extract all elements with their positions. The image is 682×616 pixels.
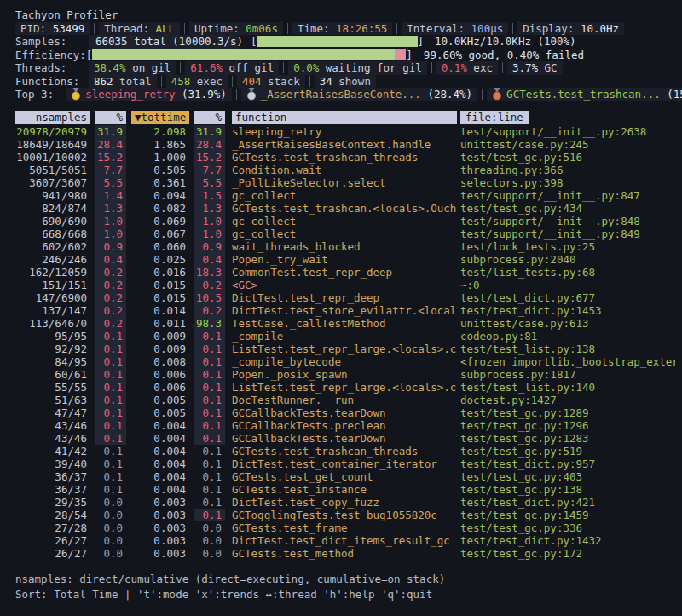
pct-cumulative-cell: 1.5 — [189, 189, 225, 202]
function-cell: _PollLikeSelector.select — [225, 176, 457, 189]
file-line-cell: test/test_gc.py:336 — [457, 521, 675, 534]
pct-direct-cell: 15.2 — [90, 151, 126, 164]
pct-direct-cell: 0.1 — [90, 470, 126, 483]
table-row[interactable]: 51/63 0.1 0.005 0.1 DocTestRunner.__run … — [15, 394, 675, 406]
tottime-cell: 0.014 — [126, 304, 189, 317]
nsamples-cell: 95/95 — [15, 330, 90, 343]
file-line-cell: test/test_dict.py:421 — [457, 496, 675, 509]
pct-direct-cell: 1.0 — [90, 227, 126, 240]
function-cell: _AssertRaisesBaseContext.handle — [225, 138, 457, 151]
table-row[interactable]: 36/37 0.1 0.004 0.1 GCTests.test_instanc… — [15, 483, 675, 496]
table-row[interactable]: 113/64670 0.2 0.011 98.3 TestCase._callT… — [15, 317, 675, 330]
function-cell: gc_collect — [225, 227, 457, 240]
table-row[interactable]: 29/35 0.0 0.003 0.1 DictTest.test_copy_f… — [15, 496, 675, 509]
file-line-cell: test/test_gc.py:403 — [457, 470, 675, 483]
nsamples-cell: 26/27 — [15, 547, 90, 560]
nsamples-cell: 137/147 — [15, 304, 90, 317]
function-cell: Popen._posix_spawn — [225, 368, 457, 381]
file-line-cell: test/lock_tests.py:25 — [457, 240, 675, 253]
table-row[interactable]: 5051/5051 7.7 0.505 7.7 Condition.wait t… — [15, 164, 675, 176]
table-row[interactable]: 246/246 0.4 0.025 0.4 Popen._try_wait su… — [15, 253, 675, 266]
table-row[interactable]: 941/980 1.4 0.094 1.5 gc_collect test/su… — [15, 189, 675, 202]
function-cell: _compile — [225, 330, 457, 343]
function-cell: Popen._try_wait — [225, 253, 457, 266]
pct-cumulative-cell: 1.0 — [189, 227, 225, 240]
thread-field[interactable]: Thread: ALL — [99, 22, 180, 36]
column-header-pct1[interactable]: % — [90, 111, 126, 124]
table-row[interactable]: 162/12059 0.2 0.016 18.3 CommonTest.test… — [15, 266, 675, 279]
column-header-nsamples[interactable]: nsamples — [15, 111, 90, 124]
efficiency-text: 99.60% good, 0.40% failed — [424, 49, 584, 62]
table-row[interactable]: 668/668 1.0 0.067 1.0 gc_collect test/su… — [15, 227, 675, 240]
table-row[interactable]: 602/602 0.9 0.060 0.9 wait_threads_block… — [15, 240, 675, 253]
table-row[interactable]: 151/151 0.2 0.015 0.2 <GC> ~:0 — [15, 279, 675, 291]
pct-direct-cell: 1.4 — [90, 189, 126, 202]
bronze-medal-icon — [492, 88, 502, 101]
table-row[interactable]: 824/874 1.3 0.082 1.3 GCTests.test_trash… — [15, 202, 675, 215]
pct-cumulative-cell: 1.0 — [189, 215, 225, 227]
tottime-cell: 0.003 — [126, 509, 189, 521]
nsamples-cell: 51/63 — [15, 394, 90, 406]
function-cell: Condition.wait — [225, 164, 457, 176]
divider — [283, 62, 284, 73]
functions-total: 862 total — [89, 75, 157, 89]
tottime-cell: 0.006 — [126, 368, 189, 381]
function-cell: GCTests.test_instance — [225, 483, 457, 496]
table-row[interactable]: 55/55 0.1 0.006 0.1 ListTest.test_repr_l… — [15, 381, 675, 394]
table-row[interactable]: 92/92 0.1 0.009 0.1 ListTest.test_repr_l… — [15, 343, 675, 355]
divider — [180, 62, 181, 73]
table-row[interactable]: 10001/10002 15.2 1.000 15.2 GCTests.test… — [15, 151, 675, 164]
threads-gc: 3.7% GC — [507, 61, 563, 75]
tottime-cell: 2.098 — [126, 125, 189, 138]
table-row[interactable]: 43/46 0.1 0.004 0.1 GCCallbackTests.prec… — [15, 419, 675, 432]
tottime-cell: 0.004 — [126, 483, 189, 496]
table-row[interactable]: 41/42 0.1 0.004 0.1 GCTests.test_trashca… — [15, 445, 675, 458]
pct-cumulative-cell: 0.1 — [189, 394, 225, 406]
table-row[interactable]: 39/40 0.1 0.004 0.1 DictTest.test_contai… — [15, 458, 675, 470]
column-header-file[interactable]: file:line — [457, 111, 675, 124]
tottime-cell: 0.025 — [126, 253, 189, 266]
table-body: 20978/20979 31.9 2.098 31.9 sleeping_ret… — [15, 125, 675, 560]
table-row[interactable]: 27/28 0.0 0.003 0.0 GCTests.test_frame t… — [15, 521, 675, 534]
tottime-cell: 0.009 — [126, 343, 189, 355]
nsamples-cell: 84/95 — [15, 355, 90, 368]
pct-direct-cell: 0.0 — [90, 547, 126, 560]
table-row[interactable]: 137/147 0.2 0.014 0.2 DictTest.test_stor… — [15, 304, 675, 317]
column-header-function[interactable]: function — [225, 111, 457, 124]
table-row[interactable]: 60/61 0.1 0.006 0.1 Popen._posix_spawn s… — [15, 368, 675, 381]
file-line-cell: test/test_dict.py:1453 — [457, 304, 675, 317]
table-row[interactable]: 147/6900 0.2 0.015 10.5 DictTest.test_re… — [15, 291, 675, 304]
pct-direct-cell: 28.4 — [90, 138, 126, 151]
table-row[interactable]: 690/690 1.0 0.069 1.0 gc_collect test/su… — [15, 215, 675, 227]
function-cell: GCTests.test_trashcan_threads — [225, 151, 457, 164]
function-cell: DictTest.test_store_evilattr.<locals... — [225, 304, 457, 317]
tottime-cell: 0.004 — [126, 470, 189, 483]
table-row[interactable]: 20978/20979 31.9 2.098 31.9 sleeping_ret… — [15, 125, 675, 138]
table-row[interactable]: 28/54 0.0 0.003 0.1 GCTogglingTests.test… — [15, 509, 675, 521]
file-line-cell: test/test_gc.py:1296 — [457, 419, 675, 432]
file-line-cell: unittest/case.py:613 — [457, 317, 675, 330]
file-line-cell: test/test_gc.py:1459 — [457, 509, 675, 521]
function-cell: ListTest.test_repr_large.<locals>.check — [225, 343, 457, 355]
file-line-cell: test/test_list.py:140 — [457, 381, 675, 394]
table-row[interactable]: 18649/18649 28.4 1.865 28.4 _AssertRaise… — [15, 138, 675, 151]
uptime-value: 0m06s — [246, 22, 278, 36]
table-row[interactable]: 47/47 0.1 0.005 0.1 GCCallbackTests.tear… — [15, 406, 675, 419]
pct-cumulative-cell: 0.0 — [189, 521, 225, 534]
column-header-pct2[interactable]: % — [189, 111, 225, 124]
tottime-cell: 1.865 — [126, 138, 189, 151]
time-value: 18:26:55 — [336, 22, 387, 36]
pct-cumulative-cell: 0.2 — [189, 279, 225, 291]
table-row[interactable]: 3607/3607 5.5 0.361 5.5 _PollLikeSelecto… — [15, 176, 675, 189]
table-row[interactable]: 26/27 0.0 0.003 0.0 DictTest.test_dict_i… — [15, 534, 675, 547]
table-row[interactable]: 95/95 0.1 0.009 0.1 _compile codeop.py:8… — [15, 330, 675, 343]
efficiency-bar — [92, 49, 406, 60]
column-header-tottime[interactable]: ▼tottime — [126, 111, 189, 124]
pct-cumulative-cell: 18.3 — [189, 266, 225, 279]
functions-label: Functions: — [15, 75, 77, 89]
function-cell: ListTest.test_repr_large.<locals>.check — [225, 381, 457, 394]
table-row[interactable]: 26/27 0.0 0.003 0.0 GCTests.test_method … — [15, 547, 675, 560]
table-row[interactable]: 43/46 0.1 0.004 0.1 GCCallbackTests.tear… — [15, 432, 675, 445]
table-row[interactable]: 84/95 0.1 0.008 0.1 _compile_bytecode <f… — [15, 355, 675, 368]
table-row[interactable]: 36/37 0.1 0.004 0.1 GCTests.test_get_cou… — [15, 470, 675, 483]
